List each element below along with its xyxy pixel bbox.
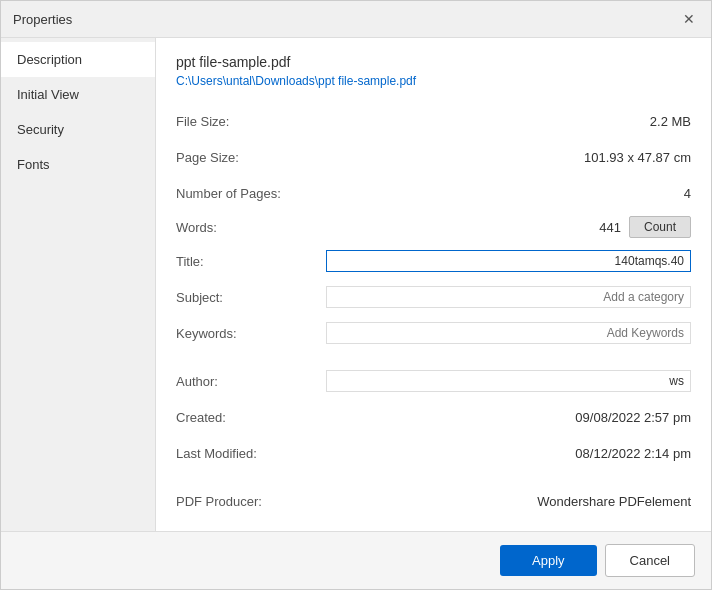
keywords-row: Keywords: (176, 320, 691, 346)
sidebar-item-description[interactable]: Description (1, 42, 155, 77)
close-button[interactable]: ✕ (679, 9, 699, 29)
created-label: Created: (176, 410, 326, 425)
title-bar: Properties ✕ (1, 1, 711, 38)
keywords-label: Keywords: (176, 326, 326, 341)
file-name: ppt file-sample.pdf (176, 54, 691, 70)
footer: Apply Cancel (1, 531, 711, 589)
file-size-label: File Size: (176, 114, 326, 129)
sidebar: Description Initial View Security Fonts (1, 38, 156, 531)
title-row: Title: (176, 248, 691, 274)
words-row: Words: 441 Count (176, 216, 691, 238)
author-row: Author: (176, 368, 691, 394)
words-value: 441 (326, 220, 621, 235)
subject-input[interactable] (326, 286, 691, 308)
dialog-title: Properties (13, 12, 72, 27)
words-label: Words: (176, 220, 326, 235)
created-row: Created: 09/08/2022 2:57 pm (176, 404, 691, 430)
main-content: ppt file-sample.pdf C:\Users\untal\Downl… (156, 38, 711, 531)
pdf-producer-label: PDF Producer: (176, 494, 326, 509)
pdf-producer-value: Wondershare PDFelement (326, 494, 691, 509)
num-pages-label: Number of Pages: (176, 186, 326, 201)
created-value: 09/08/2022 2:57 pm (326, 410, 691, 425)
subject-label: Subject: (176, 290, 326, 305)
pdf-version-row: PDF Version: 1.7 (176, 524, 691, 531)
count-button[interactable]: Count (629, 216, 691, 238)
keywords-input[interactable] (326, 322, 691, 344)
subject-row: Subject: (176, 284, 691, 310)
file-size-row: File Size: 2.2 MB (176, 108, 691, 134)
page-size-label: Page Size: (176, 150, 326, 165)
page-size-value: 101.93 x 47.87 cm (326, 150, 691, 165)
file-size-value: 2.2 MB (326, 114, 691, 129)
page-size-row: Page Size: 101.93 x 47.87 cm (176, 144, 691, 170)
properties-dialog: Properties ✕ Description Initial View Se… (0, 0, 712, 590)
author-label: Author: (176, 374, 326, 389)
sidebar-item-initial-view[interactable]: Initial View (1, 77, 155, 112)
num-pages-row: Number of Pages: 4 (176, 180, 691, 206)
sidebar-item-fonts[interactable]: Fonts (1, 147, 155, 182)
last-modified-value: 08/12/2022 2:14 pm (326, 446, 691, 461)
content-area: Description Initial View Security Fonts … (1, 38, 711, 531)
pdf-producer-row: PDF Producer: Wondershare PDFelement (176, 488, 691, 514)
cancel-button[interactable]: Cancel (605, 544, 695, 577)
last-modified-row: Last Modified: 08/12/2022 2:14 pm (176, 440, 691, 466)
file-path[interactable]: C:\Users\untal\Downloads\ppt file-sample… (176, 74, 691, 88)
sidebar-item-security[interactable]: Security (1, 112, 155, 147)
last-modified-label: Last Modified: (176, 446, 326, 461)
num-pages-value: 4 (326, 186, 691, 201)
title-input[interactable] (326, 250, 691, 272)
title-label: Title: (176, 254, 326, 269)
apply-button[interactable]: Apply (500, 545, 597, 576)
author-input[interactable] (326, 370, 691, 392)
